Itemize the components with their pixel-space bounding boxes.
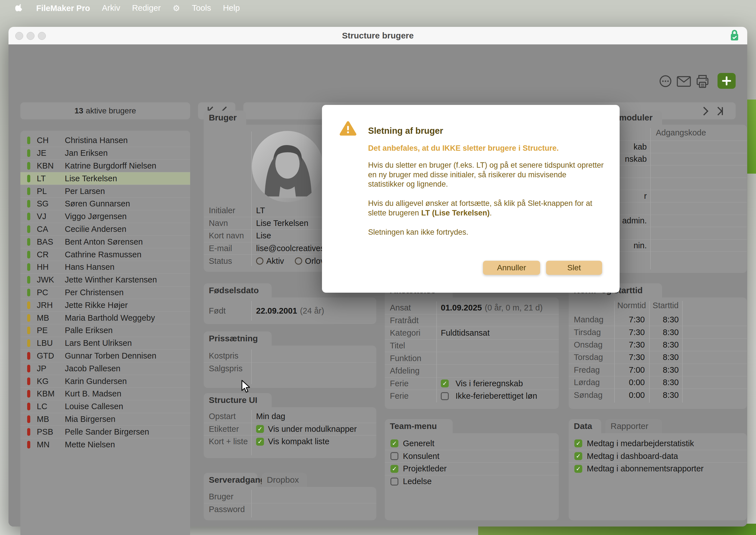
mail-icon[interactable] [677,76,691,87]
user-list-item[interactable]: MB Mia Birgersen [20,413,190,426]
menu-item[interactable]: ⚙ [173,3,180,13]
user-list-item[interactable]: KBN Katrine Burgdorff Nielsen [20,159,190,172]
user-list-item[interactable]: JRH Jette Rikke Højer [20,298,190,311]
weekday-row[interactable]: Tirsdag 7:30 8:30 [569,326,747,338]
status-option[interactable]: Orlov [295,257,325,266]
starttid-value[interactable]: 8:30 [649,352,682,362]
menu-item[interactable]: Arkiv [102,3,120,13]
user-list-item[interactable]: LT Lise Terkelsen [20,172,190,185]
dialog-line: Hvis du sletter en bruger (f.eks. LT) og… [368,161,623,170]
user-list-item[interactable]: KBM Kurt B. Madsen [20,387,190,400]
user-list-item[interactable]: JP Jacob Pallesen [20,362,190,375]
menu-app-name[interactable]: FileMaker Pro [36,4,90,13]
team-menu-item[interactable]: Projektleder [385,462,559,475]
weekday-row[interactable]: Onsdag 7:30 8:30 [569,338,747,351]
user-photo[interactable] [252,131,323,202]
normtid-value[interactable]: 0:00 [614,378,649,387]
tab-dropbox[interactable]: Dropbox [262,473,307,487]
status-option[interactable]: Aktiv [256,257,284,266]
checkbox-icon[interactable] [574,465,582,473]
tab-data[interactable]: Data [569,419,601,433]
normtid-value[interactable]: 7:00 [614,365,649,375]
field-value[interactable]: Fuldtidsansat [441,328,490,338]
starttid-value[interactable]: 8:30 [649,328,682,337]
normtid-value[interactable]: 7:30 [614,328,649,337]
starttid-value[interactable]: 8:30 [649,365,682,375]
checkbox-icon[interactable] [391,452,398,460]
user-list-item[interactable]: PC Per Christensen [20,286,190,299]
data-option-item[interactable]: Medtag i abonnementsrapporter [569,462,747,475]
print-icon[interactable] [695,74,710,89]
next-record-icon[interactable] [702,106,710,116]
normtid-value[interactable]: 7:30 [614,352,649,362]
weekday-row[interactable]: Søndag 0:00 8:30 [569,388,747,401]
checkbox-icon[interactable] [391,465,398,473]
checkbox-icon[interactable] [441,380,449,387]
starttid-value[interactable]: 8:30 [649,315,682,324]
user-list-item[interactable]: SG Søren Gunnarsen [20,197,190,210]
status-pill [27,276,30,284]
checkbox-icon[interactable] [441,392,449,400]
add-record-button[interactable] [717,73,736,89]
team-menu-item[interactable]: Ledelse [385,475,559,488]
apple-logo-icon[interactable] [14,3,24,13]
user-list-item[interactable]: LBU Lars Bent Ulriksen [20,337,190,350]
weekday-row[interactable]: Lørdag 0:00 8:30 [569,376,747,388]
weekday-row[interactable]: Fredag 7:00 8:30 [569,364,747,376]
checkbox-icon[interactable] [391,439,398,447]
field-value[interactable]: Lise Terkelsen [256,219,308,228]
user-list-item[interactable]: KG Karin Gundersen [20,375,190,387]
checkbox-icon[interactable] [256,425,264,433]
user-list-item[interactable]: CA Cecilie Andersen [20,223,190,236]
user-list-item[interactable]: PSB Pelle Sander Birgersen [20,425,190,438]
user-list-item[interactable]: PE Palle Eriksen [20,324,190,337]
user-list-item[interactable]: JWK Jette Winther Karstensen [20,273,190,286]
user-list-item[interactable]: MN Mette Nielsen [20,438,190,451]
tab-bruger[interactable]: Bruger [204,111,246,125]
menu-item[interactable]: Rediger [132,3,161,13]
user-list-item[interactable]: PL Per Larsen [20,185,190,197]
team-menu-item[interactable]: Generelt [385,437,559,450]
user-list-item[interactable]: JE Jan Eriksen [20,147,190,159]
normtid-value[interactable]: 0:00 [614,390,649,400]
data-option-item[interactable]: Medtag i dashboard-data [569,450,747,463]
checkbox-icon[interactable] [256,438,264,446]
starttid-value[interactable]: 8:30 [649,390,682,400]
field-value[interactable]: LT [256,206,265,215]
field-value[interactable]: Lise [256,231,271,240]
starttid-value[interactable]: 8:30 [649,340,682,350]
tab-rapporter[interactable]: Rapporter [605,419,662,433]
radio-icon[interactable] [295,257,302,265]
more-options-icon[interactable] [659,75,672,87]
field-value[interactable]: lise@coolcreatives.s [256,244,331,253]
field-value[interactable]: 01.09.2025 [441,303,482,312]
starttid-value[interactable]: 8:30 [649,378,682,387]
checkbox-icon[interactable] [574,439,582,447]
normtid-value[interactable]: 7:30 [614,340,649,350]
tab-serveradgang[interactable]: Serveradgang [204,473,257,487]
user-list-item[interactable]: VJ Viggo Jørgensen [20,210,190,223]
field-value[interactable]: Min dag [256,412,285,421]
last-record-icon[interactable] [715,106,725,116]
team-menu-item[interactable]: Konsulent [385,450,559,463]
weekday-row[interactable]: Mandag 7:30 8:30 [569,313,747,326]
delete-button[interactable]: Slet [546,261,602,275]
cancel-button[interactable]: Annuller [483,261,540,275]
radio-icon[interactable] [256,257,263,265]
weekday-row[interactable]: Torsdag 7:30 8:30 [569,351,747,363]
data-option-item[interactable]: Medtag i medarbejderstatistik [569,437,747,450]
user-list-item[interactable]: BAS Bent Anton Sørensen [20,235,190,248]
user-list-item[interactable]: MB Maria Barthold Weggeby [20,311,190,324]
checkbox-label: Konsulent [403,452,439,461]
user-list-item[interactable]: CH Christina Hansen [20,134,190,147]
user-list-item[interactable]: HH Hans Hansen [20,261,190,273]
menu-item[interactable]: Tools [192,3,211,13]
birthdate-value[interactable]: 22.09.2001 [256,306,297,316]
user-list-item[interactable]: LC Louise Callesen [20,400,190,413]
user-list-item[interactable]: GTD Gunnar Torben Dennisen [20,350,190,362]
checkbox-icon[interactable] [391,478,398,486]
user-list-item[interactable]: CR Cathrine Rasmussen [20,248,190,261]
normtid-value[interactable]: 7:30 [614,315,649,324]
checkbox-icon[interactable] [574,452,582,460]
menu-item[interactable]: Help [223,3,240,13]
